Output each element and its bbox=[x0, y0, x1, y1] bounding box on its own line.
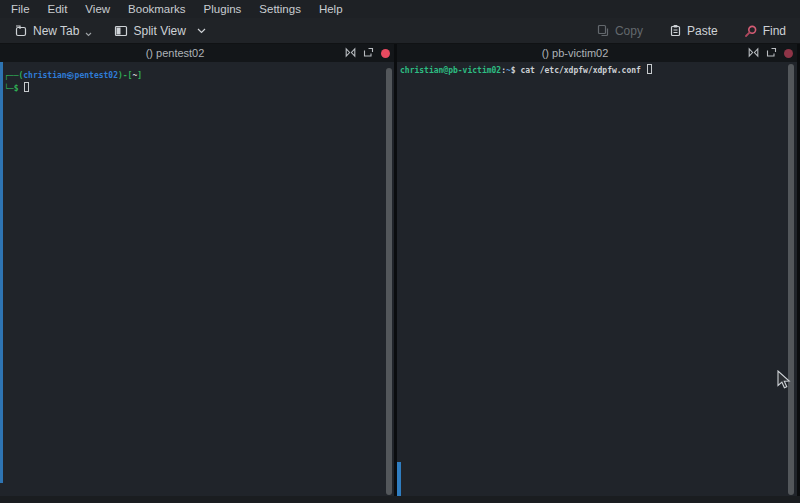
split-view-icon bbox=[114, 24, 128, 38]
pane-pb-victim02: () pb-victim02 bbox=[397, 44, 797, 503]
terminal-output-left: ┌──(christian㉿pentest02)-[~]└─$ bbox=[0, 62, 394, 95]
detach-tab-icon[interactable] bbox=[363, 44, 374, 62]
new-tab-popup-caret-icon bbox=[85, 32, 92, 37]
new-tab-button[interactable]: New Tab bbox=[8, 21, 98, 41]
prompt-line2: └─$ bbox=[4, 84, 23, 93]
copy-button[interactable]: Copy bbox=[591, 21, 649, 41]
new-tab-icon bbox=[14, 24, 28, 38]
close-view-button[interactable] bbox=[381, 49, 390, 58]
tabbar-pentest02[interactable]: () pentest02 bbox=[0, 44, 394, 62]
maximize-view-icon[interactable] bbox=[345, 44, 356, 62]
menu-edit[interactable]: Edit bbox=[39, 0, 77, 18]
detach-tab-icon[interactable] bbox=[766, 44, 777, 62]
scrollbar-left-pane[interactable] bbox=[386, 68, 392, 495]
menu-bar: File Edit View Bookmarks Plugins Setting… bbox=[0, 0, 800, 18]
tab-icons-right bbox=[748, 44, 793, 62]
terminal-output-right: christian@pb-victim02:~$ cat /etc/xdpfw/… bbox=[397, 62, 797, 77]
find-button[interactable]: Find bbox=[738, 21, 792, 41]
prompt-frame-open: ┌──( bbox=[4, 71, 23, 80]
copy-icon bbox=[597, 24, 610, 37]
close-view-button[interactable] bbox=[784, 49, 793, 58]
paste-label: Paste bbox=[687, 24, 718, 38]
find-magnifier-icon bbox=[744, 24, 758, 38]
copy-label: Copy bbox=[615, 24, 643, 38]
maximize-view-icon[interactable] bbox=[748, 44, 759, 62]
split-view-button[interactable]: Split View bbox=[108, 21, 211, 41]
find-label: Find bbox=[763, 24, 786, 38]
window-bottom-edge bbox=[0, 496, 800, 503]
terminal-cursor-right bbox=[647, 64, 652, 74]
terminal-pentest02[interactable]: ┌──(christian㉿pentest02)-[~]└─$ bbox=[0, 62, 394, 503]
prompt-frame-mid: )-[ bbox=[118, 71, 132, 80]
paste-button[interactable]: Paste bbox=[663, 21, 724, 41]
prompt-user-host: christian㉿pentest02 bbox=[23, 71, 118, 80]
tabbar-pb-victim02[interactable]: () pb-victim02 bbox=[397, 44, 797, 62]
toolbar: New Tab Split View bbox=[0, 18, 800, 44]
prompt-user-host: christian@pb-victim02 bbox=[400, 66, 501, 75]
menu-bookmarks[interactable]: Bookmarks bbox=[119, 0, 195, 18]
terminal-cursor-left bbox=[24, 82, 29, 92]
split-view-label: Split View bbox=[133, 24, 185, 38]
pane-pentest02: () pentest02 bbox=[0, 44, 397, 503]
split-view-chevron-down-icon bbox=[197, 28, 206, 34]
menu-file[interactable]: File bbox=[2, 0, 39, 18]
scrollbar-right-pane[interactable] bbox=[788, 64, 794, 495]
split-view-workspace: () pentest02 bbox=[0, 44, 800, 503]
tab-title-pb-victim02[interactable]: () pb-victim02 bbox=[397, 44, 753, 62]
command-text: cat /etc/xdpfw/xdpfw.conf bbox=[516, 66, 646, 75]
tab-title-pentest02[interactable]: () pentest02 bbox=[0, 44, 350, 62]
konsole-window: File Edit View Bookmarks Plugins Setting… bbox=[0, 0, 800, 503]
tab-icons-left bbox=[345, 44, 390, 62]
new-tab-label: New Tab bbox=[33, 24, 79, 38]
focus-indicator-line bbox=[0, 62, 3, 483]
paste-icon bbox=[669, 24, 682, 37]
menu-settings[interactable]: Settings bbox=[250, 0, 310, 18]
terminal-pb-victim02[interactable]: christian@pb-victim02:~$ cat /etc/xdpfw/… bbox=[397, 62, 797, 503]
menu-plugins[interactable]: Plugins bbox=[195, 0, 251, 18]
prompt-frame-close: ] bbox=[137, 71, 142, 80]
menu-help[interactable]: Help bbox=[310, 0, 352, 18]
menu-view[interactable]: View bbox=[76, 0, 119, 18]
